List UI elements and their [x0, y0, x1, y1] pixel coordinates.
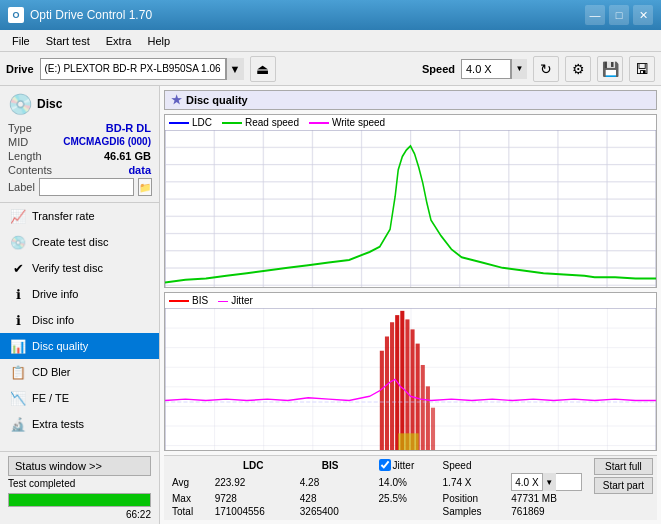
- max-ldc: 9728: [211, 492, 296, 505]
- svg-rect-67: [426, 387, 430, 451]
- disc-title: Disc: [37, 97, 62, 111]
- max-bis: 428: [296, 492, 365, 505]
- samples-label: Samples: [439, 505, 508, 518]
- sidebar-item-cd-bler[interactable]: 📋CD Bler: [0, 359, 159, 385]
- disc-contents-row: Contents data: [8, 164, 151, 176]
- status-time: 66:22: [126, 509, 151, 520]
- legend-jitter-label: Jitter: [231, 295, 253, 306]
- titlebar: O Opti Drive Control 1.70 — □ ✕: [0, 0, 661, 30]
- nav-icon-disc-info: ℹ: [10, 312, 26, 328]
- avg-speed: 1.74 X: [439, 472, 508, 492]
- disc-label-label: Label: [8, 181, 35, 193]
- minimize-button[interactable]: —: [585, 5, 605, 25]
- sidebar-item-verify-test-disc[interactable]: ✔Verify test disc: [0, 255, 159, 281]
- svg-rect-69: [398, 434, 418, 451]
- sidebar-item-extra-tests[interactable]: 🔬Extra tests: [0, 411, 159, 437]
- menu-start-test[interactable]: Start test: [38, 33, 98, 49]
- maximize-button[interactable]: □: [609, 5, 629, 25]
- svg-rect-58: [380, 351, 384, 451]
- position-value: 47731 MB: [507, 492, 586, 505]
- disc-length-row: Length 46.61 GB: [8, 150, 151, 162]
- position-label: Position: [439, 492, 508, 505]
- drive-select-value[interactable]: (E:) PLEXTOR BD-R PX-LB950SA 1.06: [40, 58, 226, 80]
- top-chart-legend: LDC Read speed Write speed: [165, 115, 656, 130]
- sidebar: 💿 Disc Type BD-R DL MID CMCMAGDI6 (000) …: [0, 86, 160, 524]
- drive-toolbar: Drive (E:) PLEXTOR BD-R PX-LB950SA 1.06 …: [0, 52, 661, 86]
- nav-icon-cd-bler: 📋: [10, 364, 26, 380]
- jitter-checkbox[interactable]: [379, 459, 391, 471]
- drive-selector[interactable]: (E:) PLEXTOR BD-R PX-LB950SA 1.06 ▼: [40, 58, 244, 80]
- disc-header: 💿 Disc: [8, 92, 151, 116]
- legend-write-speed-color: [309, 122, 329, 124]
- nav-label-extra-tests: Extra tests: [32, 418, 84, 430]
- sidebar-item-drive-info[interactable]: ℹDrive info: [0, 281, 159, 307]
- disc-type-label: Type: [8, 122, 32, 134]
- status-bottom-row: 66:22: [8, 509, 151, 520]
- col-speed: Speed: [443, 460, 472, 471]
- avg-speed-dropdown[interactable]: ▼: [542, 473, 556, 491]
- status-text-row: Test completed: [8, 478, 151, 489]
- sidebar-item-fe-te[interactable]: 📉FE / TE: [0, 385, 159, 411]
- legend-ldc: LDC: [169, 117, 212, 128]
- drive-select-text: (E:) PLEXTOR BD-R PX-LB950SA 1.06: [45, 63, 221, 74]
- disc-label-browse-button[interactable]: 📁: [138, 178, 152, 196]
- samples-value: 761869: [507, 505, 586, 518]
- sidebar-item-disc-info[interactable]: ℹDisc info: [0, 307, 159, 333]
- nav-label-fe-te: FE / TE: [32, 392, 69, 404]
- start-full-button[interactable]: Start full: [594, 458, 653, 475]
- legend-write-speed: Write speed: [309, 117, 385, 128]
- status-bar-fill: [9, 494, 150, 506]
- close-button[interactable]: ✕: [633, 5, 653, 25]
- bottom-chart-container: BIS Jitter: [164, 292, 657, 451]
- stats-row: LDC BIS Jitter Speed: [164, 455, 657, 520]
- menu-file[interactable]: File: [4, 33, 38, 49]
- status-completed-text: Test completed: [8, 478, 75, 489]
- jitter-checkbox-label[interactable]: Jitter: [379, 459, 435, 471]
- avg-ldc: 223.92: [211, 472, 296, 492]
- legend-ldc-label: LDC: [192, 117, 212, 128]
- nav-icon-create-test-disc: 💿: [10, 234, 26, 250]
- disc-label-row: Label 📁: [8, 178, 151, 196]
- refresh-button[interactable]: ↻: [533, 56, 559, 82]
- menu-help[interactable]: Help: [139, 33, 178, 49]
- sidebar-item-transfer-rate[interactable]: 📈Transfer rate: [0, 203, 159, 229]
- save-button[interactable]: 🖫: [629, 56, 655, 82]
- app-title: Opti Drive Control 1.70: [30, 8, 152, 22]
- disc-write-button[interactable]: 💾: [597, 56, 623, 82]
- avg-bis: 4.28: [296, 472, 365, 492]
- speed-value: 4.0 X: [461, 59, 511, 79]
- nav-label-cd-bler: CD Bler: [32, 366, 71, 378]
- sidebar-item-disc-quality[interactable]: 📊Disc quality: [0, 333, 159, 359]
- sidebar-item-create-test-disc[interactable]: 💿Create test disc: [0, 229, 159, 255]
- avg-label: Avg: [168, 472, 211, 492]
- disc-type-value: BD-R DL: [106, 122, 151, 134]
- drive-select-arrow[interactable]: ▼: [226, 58, 244, 80]
- nav-label-disc-info: Disc info: [32, 314, 74, 326]
- legend-jitter: Jitter: [218, 295, 253, 306]
- disc-label-input[interactable]: [39, 178, 134, 196]
- speed-dropdown-arrow[interactable]: ▼: [511, 59, 527, 79]
- status-section: Status window >> Test completed 66:22: [0, 451, 159, 524]
- disc-mid-label: MID: [8, 136, 28, 148]
- disc-quality-panel: ★ Disc quality LDC Read speed W: [160, 86, 661, 524]
- titlebar-controls: — □ ✕: [585, 5, 653, 25]
- legend-read-speed-color: [222, 122, 242, 124]
- nav-label-verify-test-disc: Verify test disc: [32, 262, 103, 274]
- legend-read-speed: Read speed: [222, 117, 299, 128]
- disc-mid-value: CMCMAGDI6 (000): [63, 136, 151, 148]
- speed-selector[interactable]: 4.0 X ▼: [461, 59, 527, 79]
- start-part-button[interactable]: Start part: [594, 477, 653, 494]
- settings-button[interactable]: ⚙: [565, 56, 591, 82]
- svg-rect-62: [400, 311, 404, 451]
- avg-speed-selector[interactable]: 4.0 X ▼: [511, 473, 582, 491]
- jitter-label: Jitter: [393, 460, 415, 471]
- disc-mid-row: MID CMCMAGDI6 (000): [8, 136, 151, 148]
- titlebar-left: O Opti Drive Control 1.70: [8, 7, 152, 23]
- menu-extra[interactable]: Extra: [98, 33, 140, 49]
- bottom-chart-legend: BIS Jitter: [165, 293, 656, 308]
- eject-button[interactable]: ⏏: [250, 56, 276, 82]
- nav-container: 📈Transfer rate💿Create test disc✔Verify t…: [0, 203, 159, 437]
- total-bis: 3265400: [296, 505, 365, 518]
- status-window-button[interactable]: Status window >>: [8, 456, 151, 476]
- nav-icon-extra-tests: 🔬: [10, 416, 26, 432]
